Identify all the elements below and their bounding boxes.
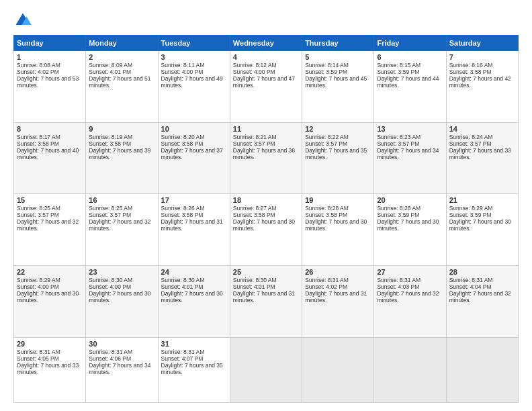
calendar-cell: 24 Sunrise: 8:30 AM Sunset: 4:01 PM Dayl… [158,266,230,338]
day-number: 24 [161,268,227,276]
sunrise-label: Sunrise: 8:31 AM [377,277,420,283]
day-number: 8 [17,125,83,133]
sunrise-label: Sunrise: 8:11 AM [161,62,205,68]
calendar-cell: 29 Sunrise: 8:31 AM Sunset: 4:05 PM Dayl… [14,337,86,402]
day-number: 31 [161,340,227,348]
weekday-header: Monday [86,36,158,51]
daylight-label: Daylight: 7 hours and 51 minutes. [89,75,150,89]
day-number: 2 [89,53,154,61]
sunset-label: Sunset: 3:58 PM [449,68,492,75]
daylight-label: Daylight: 7 hours and 32 minutes. [377,290,439,304]
sunset-label: Sunset: 3:59 PM [377,68,419,75]
sunrise-label: Sunrise: 8:09 AM [89,62,132,68]
sunrise-label: Sunrise: 8:15 AM [377,62,420,68]
sunrise-label: Sunrise: 8:30 AM [89,277,132,283]
sunset-label: Sunset: 4:02 PM [17,68,59,75]
sunrise-label: Sunrise: 8:31 AM [161,349,205,355]
daylight-label: Daylight: 7 hours and 36 minutes. [233,147,295,161]
logo [13,11,35,30]
sunset-label: Sunset: 3:57 PM [233,140,275,147]
calendar-cell [374,337,446,402]
calendar-cell: 4 Sunrise: 8:12 AM Sunset: 4:00 PM Dayli… [230,51,302,123]
daylight-label: Daylight: 7 hours and 30 minutes. [377,218,439,232]
sunrise-label: Sunrise: 8:25 AM [17,205,60,212]
day-number: 27 [377,268,443,276]
sunrise-label: Sunrise: 8:29 AM [449,205,493,212]
calendar-header-row: SundayMondayTuesdayWednesdayThursdayFrid… [14,36,519,51]
day-number: 12 [305,125,371,133]
sunrise-label: Sunrise: 8:08 AM [17,62,60,68]
day-number: 10 [161,125,227,133]
sunset-label: Sunset: 3:58 PM [233,212,275,218]
calendar-cell: 20 Sunrise: 8:28 AM Sunset: 3:59 PM Dayl… [374,194,446,266]
sunrise-label: Sunrise: 8:31 AM [305,277,349,283]
weekday-header: Saturday [446,36,518,51]
sunset-label: Sunset: 4:02 PM [305,283,347,290]
sunset-label: Sunset: 4:07 PM [161,355,204,362]
calendar-week-row: 8 Sunrise: 8:17 AM Sunset: 3:58 PM Dayli… [14,122,519,194]
day-number: 20 [377,196,443,204]
weekday-header: Sunday [14,36,86,51]
day-number: 17 [161,196,227,204]
daylight-label: Daylight: 7 hours and 30 minutes. [305,218,367,232]
sunset-label: Sunset: 4:01 PM [233,283,275,290]
sunrise-label: Sunrise: 8:22 AM [305,134,349,140]
day-number: 21 [449,196,515,204]
day-number: 29 [17,340,83,348]
sunset-label: Sunset: 3:58 PM [161,140,204,147]
sunrise-label: Sunrise: 8:17 AM [17,134,60,140]
daylight-label: Daylight: 7 hours and 34 minutes. [377,147,439,161]
calendar-cell [446,337,518,402]
daylight-label: Daylight: 7 hours and 49 minutes. [161,75,223,89]
sunset-label: Sunset: 3:57 PM [449,140,492,147]
sunrise-label: Sunrise: 8:26 AM [161,205,205,212]
day-number: 26 [305,268,371,276]
calendar-cell: 31 Sunrise: 8:31 AM Sunset: 4:07 PM Dayl… [158,337,230,402]
daylight-label: Daylight: 7 hours and 30 minutes. [89,290,150,304]
daylight-label: Daylight: 7 hours and 45 minutes. [305,75,367,89]
sunset-label: Sunset: 4:01 PM [89,68,131,75]
sunrise-label: Sunrise: 8:28 AM [377,205,420,212]
sunset-label: Sunset: 3:58 PM [161,212,204,218]
day-number: 28 [449,268,515,276]
calendar-cell: 7 Sunrise: 8:16 AM Sunset: 3:58 PM Dayli… [446,51,518,123]
calendar-week-row: 29 Sunrise: 8:31 AM Sunset: 4:05 PM Dayl… [14,337,519,402]
day-number: 5 [305,53,371,61]
sunrise-label: Sunrise: 8:28 AM [305,205,349,212]
calendar-cell: 21 Sunrise: 8:29 AM Sunset: 3:59 PM Dayl… [446,194,518,266]
weekday-header: Friday [374,36,446,51]
daylight-label: Daylight: 7 hours and 47 minutes. [233,75,295,89]
sunset-label: Sunset: 3:58 PM [89,140,131,147]
sunrise-label: Sunrise: 8:31 AM [449,277,493,283]
sunset-label: Sunset: 4:00 PM [89,283,131,290]
sunset-label: Sunset: 4:01 PM [161,283,204,290]
calendar-cell: 9 Sunrise: 8:19 AM Sunset: 3:58 PM Dayli… [86,122,158,194]
calendar-cell: 14 Sunrise: 8:24 AM Sunset: 3:57 PM Dayl… [446,122,518,194]
day-number: 22 [17,268,83,276]
calendar-cell [230,337,302,402]
daylight-label: Daylight: 7 hours and 32 minutes. [449,290,511,304]
day-number: 16 [89,196,154,204]
sunset-label: Sunset: 4:00 PM [17,283,59,290]
calendar-cell: 8 Sunrise: 8:17 AM Sunset: 3:58 PM Dayli… [14,122,86,194]
sunrise-label: Sunrise: 8:21 AM [233,134,277,140]
daylight-label: Daylight: 7 hours and 35 minutes. [305,147,367,161]
day-number: 14 [449,125,515,133]
sunrise-label: Sunrise: 8:20 AM [161,134,205,140]
sunrise-label: Sunrise: 8:24 AM [449,134,493,140]
day-number: 23 [89,268,154,276]
calendar-cell: 1 Sunrise: 8:08 AM Sunset: 4:02 PM Dayli… [14,51,86,123]
sunset-label: Sunset: 3:57 PM [305,140,347,147]
sunset-label: Sunset: 3:59 PM [449,212,492,218]
weekday-header: Thursday [302,36,374,51]
sunset-label: Sunset: 3:58 PM [17,140,59,147]
calendar-cell: 25 Sunrise: 8:30 AM Sunset: 4:01 PM Dayl… [230,266,302,338]
daylight-label: Daylight: 7 hours and 31 minutes. [305,290,367,304]
daylight-label: Daylight: 7 hours and 34 minutes. [89,362,150,375]
sunset-label: Sunset: 3:58 PM [305,212,347,218]
header [13,11,519,30]
daylight-label: Daylight: 7 hours and 30 minutes. [233,218,295,232]
calendar-cell: 2 Sunrise: 8:09 AM Sunset: 4:01 PM Dayli… [86,51,158,123]
daylight-label: Daylight: 7 hours and 31 minutes. [233,290,295,304]
sunrise-label: Sunrise: 8:31 AM [17,349,60,355]
